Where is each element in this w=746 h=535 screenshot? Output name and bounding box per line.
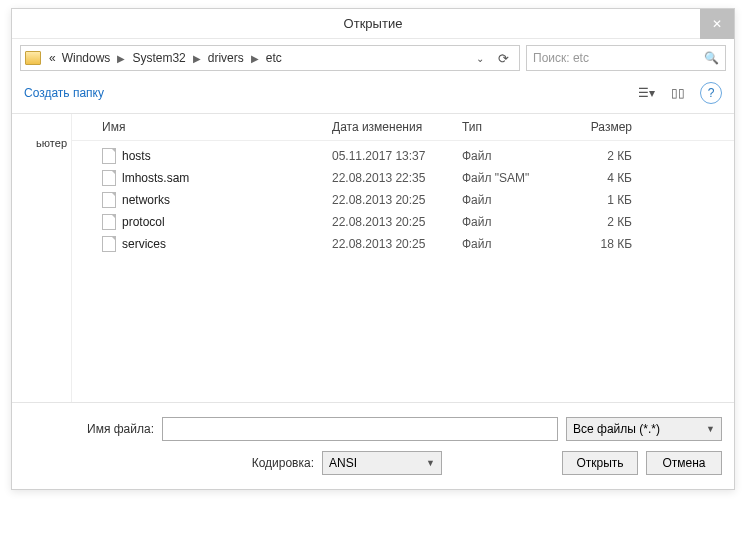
preview-icon: ▯▯ xyxy=(671,86,685,100)
file-type: Файл xyxy=(462,149,572,163)
breadcrumb-item[interactable]: etc xyxy=(264,51,284,65)
chevron-right-icon: ▶ xyxy=(248,53,262,64)
file-filter-select[interactable]: Все файлы (*.*) ▼ xyxy=(566,417,722,441)
file-name: protocol xyxy=(122,215,332,229)
file-filter-value: Все файлы (*.*) xyxy=(573,422,660,436)
col-header-type[interactable]: Тип xyxy=(462,120,572,134)
file-row[interactable]: services22.08.2013 20:25Файл18 КБ xyxy=(72,233,734,255)
file-icon xyxy=(102,192,116,208)
breadcrumb-path[interactable]: « Windows ▶ System32 ▶ drivers ▶ etc ⌄ ⟳ xyxy=(20,45,520,71)
file-type: Файл xyxy=(462,215,572,229)
refresh-icon[interactable]: ⟳ xyxy=(492,51,515,66)
file-size: 1 КБ xyxy=(572,193,662,207)
filename-label: Имя файла: xyxy=(24,422,154,436)
filename-input-wrap xyxy=(162,417,558,441)
file-type: Файл xyxy=(462,193,572,207)
close-button[interactable]: ✕ xyxy=(700,9,734,39)
open-button[interactable]: Открыть xyxy=(562,451,638,475)
path-dropdown-icon[interactable]: ⌄ xyxy=(470,53,490,64)
toolbar: Создать папку ☰▾ ▯▯ ? xyxy=(12,77,734,114)
preview-pane-button[interactable]: ▯▯ xyxy=(664,81,692,105)
col-header-date[interactable]: Дата изменения xyxy=(332,120,462,134)
file-type: Файл xyxy=(462,237,572,251)
file-name: lmhosts.sam xyxy=(122,171,332,185)
file-name: networks xyxy=(122,193,332,207)
sidebar-item-computer[interactable]: ьютер xyxy=(12,134,71,152)
file-date: 22.08.2013 20:25 xyxy=(332,237,462,251)
file-name: services xyxy=(122,237,332,251)
file-icon xyxy=(102,170,116,186)
breadcrumb-item[interactable]: drivers xyxy=(206,51,246,65)
search-icon: 🔍 xyxy=(704,51,719,65)
file-date: 22.08.2013 20:25 xyxy=(332,193,462,207)
breadcrumb-item[interactable]: System32 xyxy=(130,51,187,65)
file-date: 05.11.2017 13:37 xyxy=(332,149,462,163)
file-icon xyxy=(102,214,116,230)
open-dialog: Открытие ✕ « Windows ▶ System32 ▶ driver… xyxy=(11,8,735,490)
bottom-panel: Имя файла: Все файлы (*.*) ▼ Кодировка: … xyxy=(12,402,734,489)
col-header-size[interactable]: Размер xyxy=(572,120,662,134)
breadcrumb-item[interactable]: Windows xyxy=(60,51,113,65)
view-mode-button[interactable]: ☰▾ xyxy=(632,81,660,105)
list-icon: ☰▾ xyxy=(638,86,655,100)
encoding-value: ANSI xyxy=(329,456,357,470)
file-row[interactable]: lmhosts.sam22.08.2013 22:35Файл "SAM"4 К… xyxy=(72,167,734,189)
file-size: 2 КБ xyxy=(572,215,662,229)
breadcrumb-prefix: « xyxy=(47,51,58,65)
help-button[interactable]: ? xyxy=(700,82,722,104)
col-header-name[interactable]: Имя xyxy=(72,120,332,134)
search-box[interactable]: 🔍 xyxy=(526,45,726,71)
body-area: ьютер Имя Дата изменения Тип Размер host… xyxy=(12,114,734,402)
dialog-title: Открытие xyxy=(344,16,403,31)
cancel-button[interactable]: Отмена xyxy=(646,451,722,475)
encoding-select[interactable]: ANSI ▼ xyxy=(322,451,442,475)
file-pane: Имя Дата изменения Тип Размер hosts05.11… xyxy=(72,114,734,402)
file-icon xyxy=(102,236,116,252)
filename-input[interactable] xyxy=(163,418,557,440)
file-name: hosts xyxy=(122,149,332,163)
help-icon: ? xyxy=(708,86,715,100)
titlebar: Открытие ✕ xyxy=(12,9,734,39)
nav-bar: « Windows ▶ System32 ▶ drivers ▶ etc ⌄ ⟳… xyxy=(12,39,734,77)
chevron-down-icon: ▼ xyxy=(426,458,435,468)
chevron-right-icon: ▶ xyxy=(190,53,204,64)
file-list: hosts05.11.2017 13:37Файл2 КБlmhosts.sam… xyxy=(72,141,734,255)
folder-icon xyxy=(25,51,41,65)
file-icon xyxy=(102,148,116,164)
file-size: 18 КБ xyxy=(572,237,662,251)
file-row[interactable]: hosts05.11.2017 13:37Файл2 КБ xyxy=(72,145,734,167)
sidebar: ьютер xyxy=(12,114,72,402)
new-folder-link[interactable]: Создать папку xyxy=(24,82,104,104)
file-type: Файл "SAM" xyxy=(462,171,572,185)
encoding-label: Кодировка: xyxy=(24,456,314,470)
file-date: 22.08.2013 20:25 xyxy=(332,215,462,229)
close-icon: ✕ xyxy=(712,17,722,31)
file-row[interactable]: protocol22.08.2013 20:25Файл2 КБ xyxy=(72,211,734,233)
chevron-down-icon: ▼ xyxy=(706,424,715,434)
file-date: 22.08.2013 22:35 xyxy=(332,171,462,185)
file-size: 2 КБ xyxy=(572,149,662,163)
file-size: 4 КБ xyxy=(572,171,662,185)
search-input[interactable] xyxy=(533,51,704,65)
file-row[interactable]: networks22.08.2013 20:25Файл1 КБ xyxy=(72,189,734,211)
column-headers: Имя Дата изменения Тип Размер xyxy=(72,114,734,141)
chevron-right-icon: ▶ xyxy=(114,53,128,64)
